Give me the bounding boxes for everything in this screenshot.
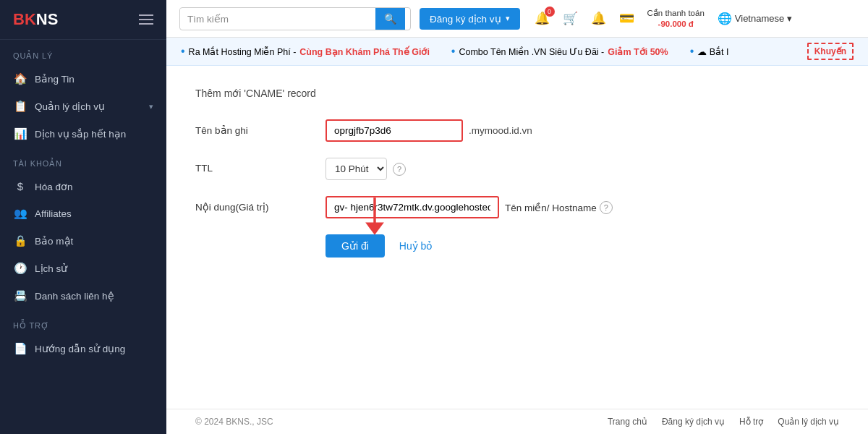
ttl-input-wrap: 10 Phút 30 Phút 1 Giờ 6 Giờ ? [326,158,839,180]
sidebar-item-bang-tin[interactable]: 🏠 Bảng Tin [0,65,166,93]
promo-link-2[interactable]: Giảm Tới 50% [608,46,668,57]
wallet-icon[interactable]: 💳 [619,11,634,26]
sidebar-item-bao-mat[interactable]: 🔒 Bảo mật [0,227,166,255]
promo-bullet-2: • [451,45,456,58]
balance-amount: -90.000 đ [647,19,705,30]
sidebar-label-danh-sach-lien-he: Danh sách liên hệ [35,290,114,302]
domain-suffix: .mymood.id.vn [469,125,532,136]
chevron-down-icon: ▾ [149,102,153,111]
sidebar-label-quan-ly-dich-vu: Quản lý dịch vụ [35,101,105,112]
hostname-help-icon[interactable]: ? [600,201,613,214]
register-service-button[interactable]: Đăng ký dịch vụ ▾ [420,8,520,30]
ten-ban-ghi-input[interactable] [326,119,463,142]
topbar-icons: 🔔 0 🛒 🔔 💳 Cần thanh toán -90.000 đ 🌐 Vie… [535,8,793,30]
noi-dung-label: Nội dung(Giá trị) [195,196,326,213]
bell-icon[interactable]: 🔔 [591,11,606,26]
guide-icon: 📄 [13,342,27,355]
noi-dung-input-wrap: Tên miền/ Hostname ? [326,196,839,218]
hostname-label: Tên miền/ Hostname ? [505,201,613,214]
logo-ns: NS [36,10,59,28]
ten-ban-ghi-input-wrap: .mymood.id.vn [326,119,839,142]
sidebar-item-quan-ly-dich-vu[interactable]: 📋 Quản lý dịch vụ ▾ [0,93,166,120]
ten-ban-ghi-group: Tên bản ghi .mymood.id.vn [195,119,839,142]
sidebar-logo: BKNS [0,0,166,40]
logo: BKNS [13,10,58,29]
red-arrow-indicator [353,195,396,238]
balance-box: Cần thanh toán -90.000 đ [647,8,705,30]
topbar: 🔍 Đăng ký dịch vụ ▾ 🔔 0 🛒 🔔 💳 Cần thanh … [166,0,868,38]
footer-links: Trang chủ Đăng ký dịch vụ Hỗ trợ Quản lý… [608,417,839,427]
notification-badge: 0 [545,7,555,17]
section-tai-khoan: TÀI KHOẢN [0,148,166,173]
notification-icon[interactable]: 🔔 0 [535,11,550,26]
affiliates-icon: 👥 [13,207,27,220]
footer-copyright: © 2024 BKNS., JSC [195,417,273,427]
sidebar-label-huong-dan-su-dung: Hướng dẫn sử dụng [35,343,125,354]
lang-dropdown-icon: ▾ [787,13,792,24]
search-button[interactable]: 🔍 [375,8,405,30]
footer: © 2024 BKNS., JSC Trang chủ Đăng ký dịch… [166,409,868,434]
sidebar-label-affiliates: Affiliates [35,208,72,219]
section-ho-tro: HỖ TRỢ [0,310,166,335]
ten-ban-ghi-label: Tên bản ghi [195,119,326,136]
ttl-label: TTL [195,158,326,174]
promo-bar: • Ra Mắt Hosting Miễn Phí - Cùng Bạn Khá… [166,38,868,66]
contact-icon: 📇 [13,289,27,302]
promo-item-2: • Combo Tên Miền .VN Siêu Ưu Đãi - Giảm … [451,45,668,58]
sidebar-label-bao-mat: Bảo mật [35,235,73,247]
sidebar-label-dich-vu-sap-het-han: Dịch vụ sắp hết hạn [35,128,126,140]
ttl-help-icon[interactable]: ? [393,163,406,176]
promo-item-1: • Ra Mắt Hosting Miễn Phí - Cùng Bạn Khá… [181,45,430,58]
lock-icon: 🔒 [13,234,27,247]
noi-dung-group: Nội dung(Giá trị) Tên miền/ Hostname ? [195,196,839,218]
footer-link-trang-chu[interactable]: Trang chủ [608,417,647,427]
logo-bk: BK [13,10,36,28]
dropdown-arrow-icon: ▾ [506,14,510,23]
hostname-label-text: Tên miền/ Hostname [505,202,597,213]
promo-link-1[interactable]: Cùng Bạn Khám Phá Thế Giới [299,46,430,57]
action-row: Gửi đi Huỷ bỏ [326,234,839,258]
register-service-label: Đăng ký dịch vụ [430,13,501,25]
ttl-select[interactable]: 10 Phút 30 Phút 1 Giờ 6 Giờ [326,158,387,180]
content-area: Thêm mới 'CNAME' record Tên bản ghi .mym… [166,66,868,409]
history-icon: 🕐 [13,262,27,275]
home-icon: 🏠 [13,72,27,85]
balance-label: Cần thanh toán [647,8,705,19]
chart-icon: 📊 [13,127,27,140]
flag-icon: 🌐 [718,12,732,25]
language-selector[interactable]: 🌐 Vietnamese ▾ [718,12,792,25]
footer-link-quan-ly[interactable]: Quản lý dịch vụ [778,417,839,427]
section-quan-ly: QUẢN LÝ [0,40,166,65]
sidebar-label-hoa-don: Hóa đơn [35,181,73,192]
search-wrap: 🔍 [179,7,411,30]
cart-icon[interactable]: 🛒 [563,11,578,26]
main-area: 🔍 Đăng ký dịch vụ ▾ 🔔 0 🛒 🔔 💳 Cần thanh … [166,0,868,434]
sidebar-item-dich-vu-sap-het-han[interactable]: 📊 Dịch vụ sắp hết hạn [0,120,166,148]
promo-bullet-1: • [181,45,185,58]
sidebar-item-affiliates[interactable]: 👥 Affiliates [0,200,166,227]
sidebar-item-huong-dan-su-dung[interactable]: 📄 Hướng dẫn sử dụng [0,335,166,362]
sidebar-label-bang-tin: Bảng Tin [35,73,75,85]
sidebar: BKNS QUẢN LÝ 🏠 Bảng Tin 📋 Quản lý dịch v… [0,0,166,434]
promo-text-1: Ra Mắt Hosting Miễn Phí - [189,46,297,57]
hamburger-menu[interactable] [139,14,153,25]
footer-link-dang-ky[interactable]: Đăng ký dịch vụ [662,417,725,427]
sidebar-item-danh-sach-lien-he[interactable]: 📇 Danh sách liên hệ [0,282,166,310]
sidebar-item-hoa-don[interactable]: $ Hóa đơn [0,173,166,200]
language-label: Vietnamese [735,13,784,24]
promo-khuyen-button[interactable]: Khuyến [807,43,854,60]
sidebar-label-lich-su: Lịch sử [35,263,67,274]
form-title: Thêm mới 'CNAME' record [195,88,839,99]
sidebar-item-lich-su[interactable]: 🕐 Lịch sử [0,255,166,282]
promo-item-3: • ☁ Bắt I [690,45,729,58]
cancel-button[interactable]: Huỷ bỏ [392,234,441,258]
footer-link-ho-tro[interactable]: Hỗ trợ [739,417,763,427]
ttl-group: TTL 10 Phút 30 Phút 1 Giờ 6 Giờ ? [195,158,839,180]
dollar-icon: $ [13,180,27,192]
service-icon: 📋 [13,100,27,113]
svg-marker-1 [365,223,384,235]
promo-text-3: ☁ Bắt I [697,46,728,57]
promo-text-2: Combo Tên Miền .VN Siêu Ưu Đãi - [459,46,604,57]
noi-dung-input[interactable] [326,196,499,218]
search-input[interactable] [180,9,375,28]
